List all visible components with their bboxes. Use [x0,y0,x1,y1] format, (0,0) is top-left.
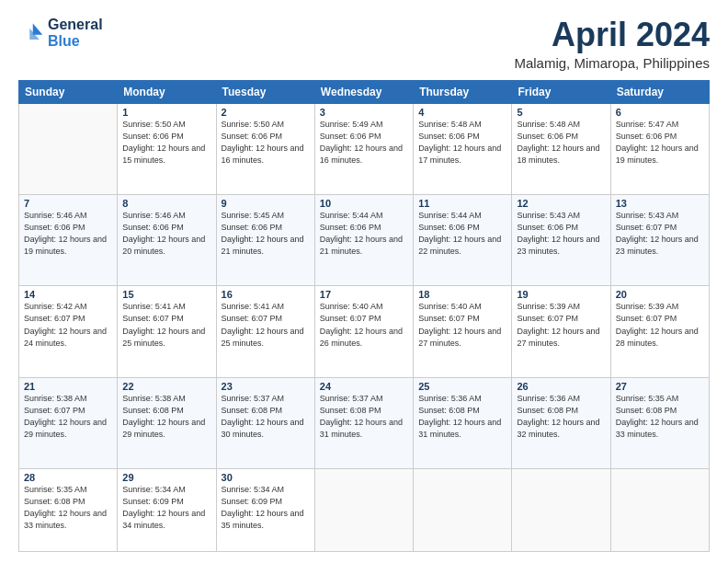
day-info: Sunrise: 5:34 AMSunset: 6:09 PMDaylight:… [222,484,310,532]
table-row: 6Sunrise: 5:47 AMSunset: 6:06 PMDaylight… [610,103,709,194]
day-number: 30 [222,472,310,483]
table-row: 21Sunrise: 5:38 AMSunset: 6:07 PMDayligh… [19,377,118,468]
table-row: 20Sunrise: 5:39 AMSunset: 6:07 PMDayligh… [610,286,709,377]
day-info: Sunrise: 5:35 AMSunset: 6:08 PMDaylight:… [24,484,112,532]
day-info: Sunrise: 5:50 AMSunset: 6:06 PMDaylight:… [122,119,210,167]
day-number: 26 [517,381,605,392]
title-block: April 2024 Malamig, Mimaropa, Philippine… [514,17,710,71]
day-info: Sunrise: 5:43 AMSunset: 6:06 PMDaylight:… [517,210,605,258]
table-row: 12Sunrise: 5:43 AMSunset: 6:06 PMDayligh… [512,195,610,286]
table-row: 30Sunrise: 5:34 AMSunset: 6:09 PMDayligh… [216,469,314,552]
table-row [610,469,709,552]
day-info: Sunrise: 5:35 AMSunset: 6:08 PMDaylight:… [616,393,704,441]
day-info: Sunrise: 5:37 AMSunset: 6:08 PMDaylight:… [320,393,408,441]
day-number: 7 [24,198,112,209]
day-info: Sunrise: 5:45 AMSunset: 6:06 PMDaylight:… [222,210,310,258]
calendar-week-row: 1Sunrise: 5:50 AMSunset: 6:06 PMDaylight… [19,103,710,194]
day-info: Sunrise: 5:39 AMSunset: 6:07 PMDaylight:… [616,301,704,349]
table-row: 29Sunrise: 5:34 AMSunset: 6:09 PMDayligh… [118,469,216,552]
table-row [512,469,610,552]
table-row: 2Sunrise: 5:50 AMSunset: 6:06 PMDaylight… [216,103,314,194]
table-row: 16Sunrise: 5:41 AMSunset: 6:07 PMDayligh… [216,286,314,377]
col-sunday: Sunday [19,80,118,103]
day-info: Sunrise: 5:36 AMSunset: 6:08 PMDaylight:… [418,393,506,441]
table-row: 17Sunrise: 5:40 AMSunset: 6:07 PMDayligh… [314,286,413,377]
day-number: 17 [320,289,408,300]
day-number: 28 [24,472,112,483]
table-row: 24Sunrise: 5:37 AMSunset: 6:08 PMDayligh… [314,377,413,468]
day-number: 12 [517,198,605,209]
table-row: 10Sunrise: 5:44 AMSunset: 6:06 PMDayligh… [314,195,413,286]
month-title: April 2024 [514,17,710,53]
logo-line2: Blue [48,33,80,49]
day-number: 11 [418,198,506,209]
calendar-header-row: Sunday Monday Tuesday Wednesday Thursday… [19,80,710,103]
day-number: 4 [418,107,506,118]
day-info: Sunrise: 5:37 AMSunset: 6:08 PMDaylight:… [222,393,310,441]
table-row: 1Sunrise: 5:50 AMSunset: 6:06 PMDaylight… [118,103,216,194]
day-info: Sunrise: 5:41 AMSunset: 6:07 PMDaylight:… [122,301,210,349]
day-number: 16 [222,289,310,300]
day-info: Sunrise: 5:46 AMSunset: 6:06 PMDaylight:… [122,210,210,258]
day-number: 18 [418,289,506,300]
day-number: 3 [320,107,408,118]
day-number: 9 [222,198,310,209]
day-info: Sunrise: 5:44 AMSunset: 6:06 PMDaylight:… [418,210,506,258]
day-info: Sunrise: 5:49 AMSunset: 6:06 PMDaylight:… [320,119,408,167]
table-row: 27Sunrise: 5:35 AMSunset: 6:08 PMDayligh… [610,377,709,468]
calendar-table: Sunday Monday Tuesday Wednesday Thursday… [18,80,710,552]
day-info: Sunrise: 5:50 AMSunset: 6:06 PMDaylight:… [222,119,310,167]
day-number: 19 [517,289,605,300]
table-row [19,103,118,194]
day-info: Sunrise: 5:40 AMSunset: 6:07 PMDaylight:… [418,301,506,349]
day-info: Sunrise: 5:36 AMSunset: 6:08 PMDaylight:… [517,393,605,441]
day-info: Sunrise: 5:47 AMSunset: 6:06 PMDaylight:… [616,119,704,167]
table-row: 25Sunrise: 5:36 AMSunset: 6:08 PMDayligh… [414,377,512,468]
table-row: 9Sunrise: 5:45 AMSunset: 6:06 PMDaylight… [216,195,314,286]
calendar-week-row: 28Sunrise: 5:35 AMSunset: 6:08 PMDayligh… [19,469,710,552]
day-info: Sunrise: 5:43 AMSunset: 6:07 PMDaylight:… [616,210,704,258]
col-thursday: Thursday [414,80,512,103]
day-number: 8 [122,198,210,209]
day-number: 29 [122,472,210,483]
day-number: 21 [24,381,112,392]
day-info: Sunrise: 5:44 AMSunset: 6:06 PMDaylight:… [320,210,408,258]
table-row: 7Sunrise: 5:46 AMSunset: 6:06 PMDaylight… [19,195,118,286]
day-number: 15 [122,289,210,300]
table-row [314,469,413,552]
day-info: Sunrise: 5:46 AMSunset: 6:06 PMDaylight:… [24,210,112,258]
day-info: Sunrise: 5:34 AMSunset: 6:09 PMDaylight:… [122,484,210,532]
calendar-week-row: 21Sunrise: 5:38 AMSunset: 6:07 PMDayligh… [19,377,710,468]
day-number: 2 [222,107,310,118]
day-info: Sunrise: 5:42 AMSunset: 6:07 PMDaylight:… [24,301,112,349]
day-info: Sunrise: 5:38 AMSunset: 6:07 PMDaylight:… [24,393,112,441]
col-tuesday: Tuesday [216,80,314,103]
table-row: 13Sunrise: 5:43 AMSunset: 6:07 PMDayligh… [610,195,709,286]
logo-line1: General [48,17,103,32]
table-row [414,469,512,552]
day-number: 24 [320,381,408,392]
day-number: 25 [418,381,506,392]
table-row: 18Sunrise: 5:40 AMSunset: 6:07 PMDayligh… [414,286,512,377]
table-row: 11Sunrise: 5:44 AMSunset: 6:06 PMDayligh… [414,195,512,286]
table-row: 22Sunrise: 5:38 AMSunset: 6:08 PMDayligh… [118,377,216,468]
table-row: 4Sunrise: 5:48 AMSunset: 6:06 PMDaylight… [414,103,512,194]
table-row: 23Sunrise: 5:37 AMSunset: 6:08 PMDayligh… [216,377,314,468]
day-number: 1 [122,107,210,118]
day-number: 27 [616,381,704,392]
svg-marker-0 [33,23,43,34]
logo-general: General Blue [48,17,103,49]
col-monday: Monday [118,80,216,103]
table-row: 19Sunrise: 5:39 AMSunset: 6:07 PMDayligh… [512,286,610,377]
day-info: Sunrise: 5:48 AMSunset: 6:06 PMDaylight:… [418,119,506,167]
table-row: 5Sunrise: 5:48 AMSunset: 6:06 PMDaylight… [512,103,610,194]
table-row: 14Sunrise: 5:42 AMSunset: 6:07 PMDayligh… [19,286,118,377]
col-friday: Friday [512,80,610,103]
logo: General Blue [18,17,103,49]
day-info: Sunrise: 5:39 AMSunset: 6:07 PMDaylight:… [517,301,605,349]
day-info: Sunrise: 5:48 AMSunset: 6:06 PMDaylight:… [517,119,605,167]
day-number: 13 [616,198,704,209]
day-number: 20 [616,289,704,300]
table-row: 8Sunrise: 5:46 AMSunset: 6:06 PMDaylight… [118,195,216,286]
day-number: 10 [320,198,408,209]
